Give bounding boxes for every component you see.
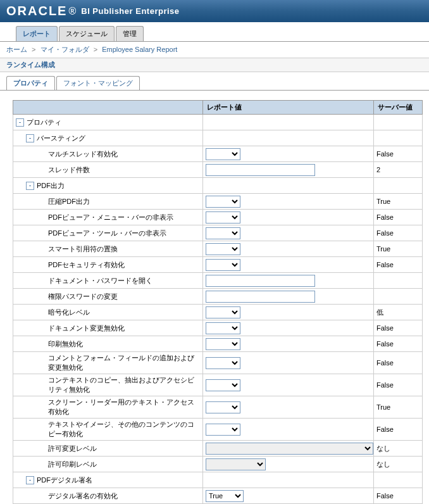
toggle-icon[interactable]: - (26, 182, 34, 190)
label-multithread: マルチスレッド有効化 (13, 146, 203, 162)
label-printdis: 印刷無効化 (13, 336, 203, 352)
server-compress: True (374, 194, 423, 210)
server-sigenable: False (374, 488, 423, 504)
label-permprint: 許可印刷レベル (13, 457, 203, 472)
select-hidetool[interactable] (206, 227, 240, 239)
server-permchange: なし (374, 441, 423, 457)
subtab-properties[interactable]: プロパティ (6, 76, 55, 90)
group-properties: プロパティ (27, 118, 61, 126)
label-smartquote: スマート引用符の置換 (13, 241, 203, 257)
properties-table: レポート値 サーバー値 -プロパティ -バースティング マルチスレッド有効化 F… (13, 100, 423, 504)
select-smartquote[interactable] (206, 243, 240, 255)
label-copydis: コンテキストのコピー、抽出およびアクセシビリティ無効化 (13, 374, 203, 396)
select-hidemenu[interactable] (206, 211, 240, 224)
label-security: PDFセキュリティ有効化 (13, 257, 203, 273)
server-docchange: False (374, 320, 423, 336)
select-permchange[interactable] (206, 443, 373, 455)
crumb-sep: > (94, 46, 97, 53)
toggle-icon[interactable]: - (26, 134, 34, 142)
label-compress: 圧縮PDF出力 (13, 194, 203, 210)
select-printdis[interactable] (206, 338, 240, 350)
label-comment: コメントとフォーム・フィールドの追加および変更無効化 (13, 352, 203, 374)
label-sigenable: デジタル署名の有効化 (13, 488, 203, 504)
crumb-folder[interactable]: マイ・フォルダ (40, 46, 89, 53)
select-compress[interactable] (206, 196, 240, 208)
input-permpass[interactable] (206, 291, 315, 303)
group-pdf: PDF出力 (37, 182, 65, 189)
tab-schedule[interactable]: スケジュール (59, 26, 115, 41)
label-permpass: 権限パスワードの変更 (13, 289, 203, 305)
select-screenreader[interactable] (206, 401, 240, 413)
server-comment: False (374, 352, 423, 374)
crumb-home[interactable]: ホーム (6, 46, 27, 53)
server-permpass (374, 289, 423, 305)
label-threadcount: スレッド件数 (13, 162, 203, 178)
group-signature: PDFデジタル署名 (37, 476, 92, 484)
select-comment[interactable] (206, 357, 240, 369)
breadcrumb: ホーム > マイ・フォルダ > Employee Salary Report (0, 42, 429, 58)
label-docchange: ドキュメント変更無効化 (13, 320, 203, 336)
label-textcopy: テキストやイメージ、その他のコンテンツのコピー有効化 (13, 419, 203, 441)
select-sigenable[interactable]: True (206, 490, 244, 502)
select-permprint[interactable] (206, 458, 266, 470)
server-enclevel: 低 (374, 305, 423, 320)
server-textcopy: False (374, 419, 423, 441)
input-docpass[interactable] (206, 275, 315, 287)
label-enclevel: 暗号化レベル (13, 305, 203, 320)
crumb-sep: > (32, 46, 35, 53)
select-docchange[interactable] (206, 322, 240, 334)
label-hidetool: PDFビューア・ツール・バーの非表示 (13, 225, 203, 241)
server-hidemenu: False (374, 210, 423, 225)
select-security[interactable] (206, 259, 240, 271)
tab-admin[interactable]: 管理 (116, 26, 144, 41)
input-threadcount[interactable] (206, 164, 315, 176)
toggle-icon[interactable]: - (16, 118, 24, 127)
section-title: ランタイム構成 (0, 58, 429, 72)
select-enclevel[interactable] (206, 306, 240, 318)
server-screenreader: True (374, 396, 423, 419)
app-header: ORACLE ® BI Publisher Enterprise (0, 0, 429, 22)
sub-tabs: プロパティ フォント・マッピング (0, 72, 429, 91)
th-server: サーバー値 (374, 101, 423, 115)
group-bursting: バースティング (37, 134, 85, 142)
oracle-logo: ORACLE (6, 4, 67, 18)
server-copydis: False (374, 374, 423, 396)
select-multithread[interactable] (206, 148, 240, 160)
server-permprint: なし (374, 457, 423, 472)
logo-suffix: ® (68, 6, 76, 17)
label-docpass: ドキュメント・パスワードを開く (13, 273, 203, 289)
server-printdis: False (374, 336, 423, 352)
select-textcopy[interactable] (206, 424, 240, 436)
subtab-fontmapping[interactable]: フォント・マッピング (56, 76, 140, 90)
th-label (13, 101, 203, 115)
select-copydis[interactable] (206, 379, 240, 391)
product-name: BI Publisher Enterprise (81, 6, 179, 16)
server-hidetool: False (374, 225, 423, 241)
main-tabs: レポート スケジュール 管理 (0, 22, 429, 42)
label-screenreader: スクリーン・リーダー用のテキスト・アクセス有効化 (13, 396, 203, 419)
tab-report[interactable]: レポート (16, 26, 58, 41)
th-value: レポート値 (203, 101, 374, 115)
server-docpass (374, 273, 423, 289)
toggle-icon[interactable]: - (26, 476, 34, 484)
server-threadcount: 2 (374, 162, 423, 178)
crumb-report[interactable]: Employee Salary Report (102, 46, 177, 53)
label-permchange: 許可変更レベル (13, 441, 203, 457)
server-security: False (374, 257, 423, 273)
label-hidemenu: PDFビューア・メニュー・バーの非表示 (13, 210, 203, 225)
server-smartquote: True (374, 241, 423, 257)
server-multithread: False (374, 146, 423, 162)
